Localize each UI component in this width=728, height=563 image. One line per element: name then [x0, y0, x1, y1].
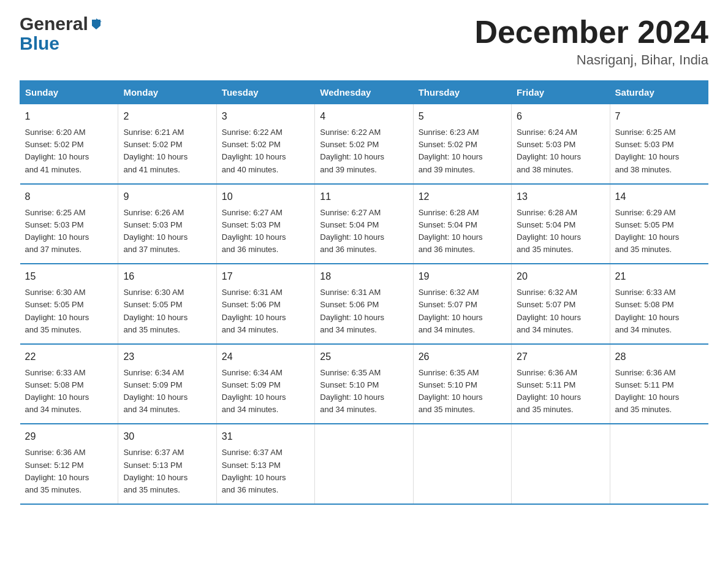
day-number: 24 [222, 350, 309, 364]
day-number: 6 [517, 109, 604, 124]
logo-blue-text: Blue [20, 33, 103, 54]
day-number: 7 [615, 109, 703, 124]
calendar-cell: 26Sunrise: 6:35 AMSunset: 5:10 PMDayligh… [413, 344, 511, 424]
day-number: 16 [123, 269, 211, 284]
calendar-cell: 10Sunrise: 6:27 AMSunset: 5:03 PMDayligh… [216, 184, 314, 264]
day-number: 3 [222, 109, 309, 124]
day-info: Sunrise: 6:35 AMSunset: 5:10 PMDaylight:… [320, 367, 408, 416]
day-number: 31 [222, 429, 309, 444]
logo: General Blue [20, 15, 103, 54]
day-number: 9 [123, 190, 211, 204]
header-row: Sunday Monday Tuesday Wednesday Thursday… [20, 81, 708, 104]
day-info: Sunrise: 6:31 AMSunset: 5:06 PMDaylight:… [320, 286, 408, 336]
day-info: Sunrise: 6:27 AMSunset: 5:03 PMDaylight:… [222, 207, 309, 256]
calendar-cell: 27Sunrise: 6:36 AMSunset: 5:11 PMDayligh… [512, 344, 610, 424]
calendar-cell: 12Sunrise: 6:28 AMSunset: 5:04 PMDayligh… [413, 184, 511, 264]
calendar-cell: 11Sunrise: 6:27 AMSunset: 5:04 PMDayligh… [315, 184, 413, 264]
header: General Blue December 2024 Nasriganj, Bi… [20, 15, 708, 68]
header-monday: Monday [118, 81, 216, 104]
day-info: Sunrise: 6:30 AMSunset: 5:05 PMDaylight:… [25, 286, 113, 336]
calendar-cell: 18Sunrise: 6:31 AMSunset: 5:06 PMDayligh… [315, 264, 413, 344]
page-title: December 2024 [474, 15, 708, 50]
calendar-cell: 28Sunrise: 6:36 AMSunset: 5:11 PMDayligh… [610, 344, 708, 424]
calendar-cell: 25Sunrise: 6:35 AMSunset: 5:10 PMDayligh… [315, 344, 413, 424]
header-saturday: Saturday [610, 81, 708, 104]
calendar-cell [610, 424, 708, 504]
day-info: Sunrise: 6:32 AMSunset: 5:07 PMDaylight:… [517, 286, 604, 336]
day-info: Sunrise: 6:24 AMSunset: 5:03 PMDaylight:… [517, 126, 604, 176]
day-info: Sunrise: 6:26 AMSunset: 5:03 PMDaylight:… [123, 207, 211, 256]
calendar-cell: 13Sunrise: 6:28 AMSunset: 5:04 PMDayligh… [512, 184, 610, 264]
day-info: Sunrise: 6:29 AMSunset: 5:05 PMDaylight:… [615, 207, 703, 256]
day-number: 11 [320, 190, 408, 204]
calendar-cell: 31Sunrise: 6:37 AMSunset: 5:13 PMDayligh… [216, 424, 314, 504]
calendar-cell: 15Sunrise: 6:30 AMSunset: 5:05 PMDayligh… [20, 264, 118, 344]
calendar-cell: 20Sunrise: 6:32 AMSunset: 5:07 PMDayligh… [512, 264, 610, 344]
calendar-cell: 24Sunrise: 6:34 AMSunset: 5:09 PMDayligh… [216, 344, 314, 424]
day-info: Sunrise: 6:30 AMSunset: 5:05 PMDaylight:… [123, 286, 211, 336]
day-info: Sunrise: 6:32 AMSunset: 5:07 PMDaylight:… [419, 286, 506, 336]
calendar-cell [413, 424, 511, 504]
calendar-cell: 14Sunrise: 6:29 AMSunset: 5:05 PMDayligh… [610, 184, 708, 264]
day-info: Sunrise: 6:23 AMSunset: 5:02 PMDaylight:… [419, 126, 506, 176]
calendar-week-row: 29Sunrise: 6:36 AMSunset: 5:12 PMDayligh… [20, 424, 708, 504]
day-number: 5 [419, 109, 506, 124]
day-number: 13 [517, 190, 604, 204]
day-number: 15 [25, 269, 113, 284]
day-info: Sunrise: 6:37 AMSunset: 5:13 PMDaylight:… [123, 446, 211, 496]
day-number: 22 [25, 350, 113, 364]
day-info: Sunrise: 6:33 AMSunset: 5:08 PMDaylight:… [615, 286, 703, 336]
day-number: 2 [123, 109, 211, 124]
calendar-cell: 9Sunrise: 6:26 AMSunset: 5:03 PMDaylight… [118, 184, 216, 264]
day-info: Sunrise: 6:28 AMSunset: 5:04 PMDaylight:… [419, 207, 506, 256]
header-tuesday: Tuesday [216, 81, 314, 104]
day-info: Sunrise: 6:31 AMSunset: 5:06 PMDaylight:… [222, 286, 309, 336]
day-number: 19 [419, 269, 506, 284]
calendar-cell: 29Sunrise: 6:36 AMSunset: 5:12 PMDayligh… [20, 424, 118, 504]
day-info: Sunrise: 6:27 AMSunset: 5:04 PMDaylight:… [320, 207, 408, 256]
day-number: 30 [123, 429, 211, 444]
day-number: 14 [615, 190, 703, 204]
day-info: Sunrise: 6:22 AMSunset: 5:02 PMDaylight:… [222, 126, 309, 176]
calendar-cell [512, 424, 610, 504]
header-thursday: Thursday [413, 81, 511, 104]
day-info: Sunrise: 6:25 AMSunset: 5:03 PMDaylight:… [615, 126, 703, 176]
title-section: December 2024 Nasriganj, Bihar, India [474, 15, 708, 68]
calendar-cell: 3Sunrise: 6:22 AMSunset: 5:02 PMDaylight… [216, 104, 314, 184]
day-info: Sunrise: 6:22 AMSunset: 5:02 PMDaylight:… [320, 126, 408, 176]
calendar-week-row: 8Sunrise: 6:25 AMSunset: 5:03 PMDaylight… [20, 184, 708, 264]
calendar-cell: 23Sunrise: 6:34 AMSunset: 5:09 PMDayligh… [118, 344, 216, 424]
day-info: Sunrise: 6:25 AMSunset: 5:03 PMDaylight:… [25, 207, 113, 256]
header-friday: Friday [512, 81, 610, 104]
calendar-cell: 22Sunrise: 6:33 AMSunset: 5:08 PMDayligh… [20, 344, 118, 424]
day-number: 23 [123, 350, 211, 364]
day-info: Sunrise: 6:33 AMSunset: 5:08 PMDaylight:… [25, 367, 113, 416]
day-info: Sunrise: 6:36 AMSunset: 5:11 PMDaylight:… [517, 367, 604, 416]
day-info: Sunrise: 6:34 AMSunset: 5:09 PMDaylight:… [222, 367, 309, 416]
day-number: 12 [419, 190, 506, 204]
day-info: Sunrise: 6:34 AMSunset: 5:09 PMDaylight:… [123, 367, 211, 416]
calendar-week-row: 15Sunrise: 6:30 AMSunset: 5:05 PMDayligh… [20, 264, 708, 344]
calendar-cell: 30Sunrise: 6:37 AMSunset: 5:13 PMDayligh… [118, 424, 216, 504]
day-info: Sunrise: 6:20 AMSunset: 5:02 PMDaylight:… [25, 126, 113, 176]
day-number: 26 [419, 350, 506, 364]
day-info: Sunrise: 6:28 AMSunset: 5:04 PMDaylight:… [517, 207, 604, 256]
day-number: 25 [320, 350, 408, 364]
day-number: 29 [25, 429, 113, 444]
logo-arrow-icon [89, 13, 103, 32]
day-number: 8 [25, 190, 113, 204]
calendar-cell: 1Sunrise: 6:20 AMSunset: 5:02 PMDaylight… [20, 104, 118, 184]
logo-general-text: General [20, 15, 103, 33]
day-number: 28 [615, 350, 703, 364]
calendar-cell: 4Sunrise: 6:22 AMSunset: 5:02 PMDaylight… [315, 104, 413, 184]
calendar-table: Sunday Monday Tuesday Wednesday Thursday… [20, 80, 708, 505]
calendar-body: 1Sunrise: 6:20 AMSunset: 5:02 PMDaylight… [20, 104, 708, 504]
day-number: 10 [222, 190, 309, 204]
calendar-cell [315, 424, 413, 504]
calendar-cell: 19Sunrise: 6:32 AMSunset: 5:07 PMDayligh… [413, 264, 511, 344]
calendar-cell: 21Sunrise: 6:33 AMSunset: 5:08 PMDayligh… [610, 264, 708, 344]
day-info: Sunrise: 6:21 AMSunset: 5:02 PMDaylight:… [123, 126, 211, 176]
calendar-week-row: 1Sunrise: 6:20 AMSunset: 5:02 PMDaylight… [20, 104, 708, 184]
calendar-cell: 8Sunrise: 6:25 AMSunset: 5:03 PMDaylight… [20, 184, 118, 264]
day-number: 27 [517, 350, 604, 364]
